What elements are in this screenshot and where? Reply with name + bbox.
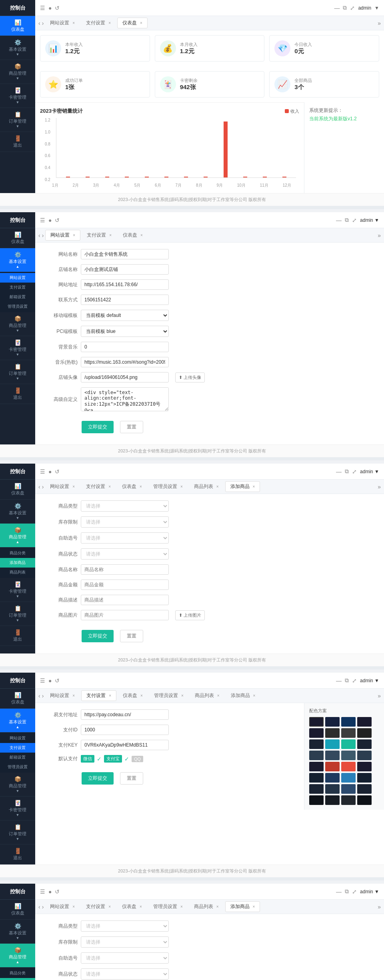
bc-left-3[interactable]: ‹	[38, 484, 40, 490]
sub-payment-4[interactable]: 支付设置	[0, 743, 35, 753]
copy-icon-5[interactable]: ⧉	[345, 888, 349, 895]
close-mgmt-4[interactable]: ×	[181, 693, 184, 698]
bc-right-5[interactable]: ›	[42, 904, 44, 910]
menu-icon-2[interactable]: ☰	[40, 217, 45, 223]
circle-icon-5[interactable]: ●	[48, 888, 52, 895]
bc-tab-site-4[interactable]: 网站设置 ×	[45, 691, 80, 701]
reset-btn-3[interactable]: 置置	[120, 630, 143, 642]
expand-icon-1[interactable]: ⤢	[350, 5, 355, 11]
sub-admin-4[interactable]: 管理员设置	[0, 762, 35, 772]
toggle-alipay[interactable]: 支付宝	[104, 755, 122, 763]
toggle-qq[interactable]: QQ	[132, 756, 143, 762]
bc-tab-goodslist-4[interactable]: 商品列表 ×	[190, 691, 224, 701]
bc-tab-goodslist-3[interactable]: 商品列表 ×	[189, 482, 224, 492]
swatch-7-3[interactable]	[341, 784, 356, 794]
minus-icon-4[interactable]: —	[336, 677, 342, 684]
swatch-7-4[interactable]	[357, 784, 372, 794]
close-pay-2[interactable]: ×	[109, 233, 112, 237]
bc-tab-payment-1[interactable]: 支付设置 ×	[81, 18, 116, 28]
input-contact[interactable]	[81, 295, 169, 305]
swatch-5-4[interactable]	[357, 762, 372, 771]
swatch-2-2[interactable]	[325, 728, 340, 738]
refresh-icon-2[interactable]: ↺	[55, 217, 60, 223]
copy-icon-1[interactable]: ⧉	[343, 4, 347, 11]
bc-tab-site-settings-1[interactable]: 网站设置 ×	[45, 18, 80, 28]
sub-category-5[interactable]: 商品分类	[0, 968, 35, 978]
close-pay-4[interactable]: ×	[109, 693, 111, 698]
bc-more-2[interactable]: »	[378, 232, 381, 239]
bc-tab-dash-3[interactable]: 仪表盘 ×	[117, 482, 147, 492]
sub-add-3[interactable]: 添加商品	[0, 558, 35, 568]
sidebar-item-card-3[interactable]: 🃏 卡密管理 ▼	[0, 578, 35, 602]
bc-tab-addgoods-3[interactable]: 添加商品 ×	[225, 481, 260, 492]
sub-email-2[interactable]: 邮箱设置	[0, 292, 35, 302]
menu-icon-4[interactable]: ☰	[40, 677, 45, 684]
swatch-5-2[interactable]	[325, 762, 340, 771]
copy-icon-2[interactable]: ⧉	[345, 217, 349, 223]
select-goods-type-2[interactable]: 请选择	[81, 920, 169, 932]
admin-label-2[interactable]: admin ▼	[360, 217, 379, 223]
circle-icon-2[interactable]: ●	[48, 217, 52, 223]
sub-category-3[interactable]: 商品分类	[0, 548, 35, 558]
sub-site-4[interactable]: 网站设置	[0, 733, 35, 743]
copy-icon-3[interactable]: ⧉	[345, 468, 349, 475]
close-pay-3[interactable]: ×	[108, 484, 111, 489]
menu-icon-3[interactable]: ☰	[40, 468, 45, 475]
sidebar-item-dashboard-1[interactable]: 📊 仪表盘	[0, 16, 35, 36]
sidebar-item-basic-2[interactable]: ⚙️ 基本设置 ▲	[0, 248, 35, 272]
swatch-4-2[interactable]	[325, 751, 340, 760]
close-addgoods-4[interactable]: ×	[253, 693, 256, 698]
sidebar-item-logout-1[interactable]: 🚪 退出	[0, 132, 35, 152]
select-stock-limit-2[interactable]: 请选择	[81, 936, 169, 948]
close-dash-5[interactable]: ×	[140, 904, 142, 909]
sub-site-settings-2[interactable]: 网站设置	[0, 273, 35, 283]
close-dashboard-1[interactable]: ×	[140, 21, 142, 25]
bc-more-5[interactable]: »	[378, 904, 381, 910]
sidebar-item-card-1[interactable]: 🃏 卡密管理 ▼	[0, 84, 35, 108]
minus-icon-3[interactable]: —	[336, 468, 342, 475]
bc-more-3[interactable]: »	[378, 484, 381, 490]
bc-right-1[interactable]: ›	[42, 20, 44, 26]
close-mgmt-5[interactable]: ×	[180, 904, 183, 909]
input-shop-name[interactable]	[81, 264, 169, 275]
close-goodslist-3[interactable]: ×	[216, 484, 219, 489]
swatch-4-3[interactable]	[341, 751, 356, 760]
textarea-custom[interactable]: <div style="text-align:center;font-size:…	[81, 387, 169, 411]
input-site-url[interactable]	[81, 279, 169, 290]
expand-icon-2[interactable]: ⤢	[352, 217, 357, 223]
swatch-6-4[interactable]	[357, 773, 372, 783]
input-music-url[interactable]	[81, 357, 169, 367]
expand-icon-3[interactable]: ⤢	[352, 468, 357, 475]
sub-list-3[interactable]: 商品列表	[0, 568, 35, 577]
bc-tab-pay-3[interactable]: 支付设置 ×	[81, 482, 116, 492]
bc-tab-dash-4[interactable]: 仪表盘 ×	[118, 691, 148, 701]
select-pc-template[interactable]: 当前模板 blue	[81, 326, 169, 337]
upload-avatar-btn[interactable]: ⬆ 上传头像	[175, 372, 205, 382]
sidebar-item-dashboard-2[interactable]: 📊 仪表盘	[0, 228, 35, 248]
menu-icon-1[interactable]: ☰	[40, 5, 45, 11]
swatch-8-4[interactable]	[357, 795, 372, 805]
sub-payment-2[interactable]: 支付设置	[0, 283, 35, 292]
swatch-5-3[interactable]	[341, 762, 356, 771]
swatch-8-2[interactable]	[325, 795, 340, 805]
minus-icon-5[interactable]: —	[336, 888, 342, 895]
sidebar-item-order-4[interactable]: 📋 订单管理 ▼	[0, 821, 35, 845]
bc-left-2[interactable]: ‹	[38, 232, 40, 239]
admin-label-1[interactable]: admin	[358, 5, 371, 11]
swatch-2-4[interactable]	[357, 728, 372, 738]
bc-left-1[interactable]: ‹	[38, 20, 40, 26]
close-dash-3[interactable]: ×	[140, 484, 142, 489]
bc-tab-site-3[interactable]: 网站设置 ×	[45, 482, 80, 492]
bc-right-4[interactable]: ›	[42, 693, 44, 699]
bc-right-2[interactable]: ›	[42, 232, 44, 239]
swatch-1-1[interactable]	[309, 717, 324, 727]
sidebar-item-basic-1[interactable]: ⚙️ 基本设置 ▼	[0, 36, 35, 60]
sidebar-item-card-4[interactable]: 🃏 卡密管理 ▼	[0, 797, 35, 821]
input-bgmusic[interactable]	[81, 342, 169, 352]
sidebar-item-logout-4[interactable]: 🚪 退出	[0, 845, 35, 864]
close-goodslist-4[interactable]: ×	[217, 693, 220, 698]
swatch-5-1[interactable]	[309, 762, 324, 771]
swatch-3-2[interactable]	[325, 739, 340, 749]
admin-label-4[interactable]: admin ▼	[360, 678, 379, 683]
sidebar-item-order-3[interactable]: 📋 订单管理 ▼	[0, 602, 35, 626]
